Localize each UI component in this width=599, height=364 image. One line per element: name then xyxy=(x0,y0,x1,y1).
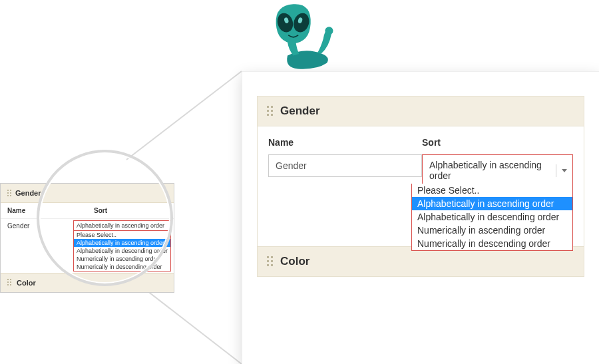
drag-handle-icon xyxy=(7,279,13,287)
svg-rect-14 xyxy=(267,106,269,108)
svg-rect-7 xyxy=(10,195,11,196)
source-sort-select[interactable]: Alphabetically in ascending order xyxy=(73,220,171,231)
svg-rect-24 xyxy=(267,264,269,266)
name-label: Name xyxy=(268,137,419,148)
source-sort-option[interactable]: Numerically in descending order xyxy=(74,263,170,271)
source-col-name: Name xyxy=(1,203,87,218)
sort-option[interactable]: Numerically in ascending order xyxy=(412,224,572,237)
svg-rect-16 xyxy=(267,110,269,112)
svg-rect-10 xyxy=(7,281,9,283)
svg-point-26 xyxy=(325,27,333,35)
section-color-title: Color xyxy=(280,255,309,268)
source-sort-options[interactable]: Please Select.. Alphabetically in ascend… xyxy=(73,231,171,272)
svg-point-31 xyxy=(288,38,297,45)
svg-rect-2 xyxy=(7,190,9,191)
drag-handle-icon[interactable] xyxy=(267,256,274,267)
source-sort-option[interactable]: Alphabetically in descending order xyxy=(74,247,170,255)
svg-rect-12 xyxy=(7,284,9,285)
source-sort-selected: Alphabetically in ascending order xyxy=(77,222,164,229)
alien-mascot-icon xyxy=(253,0,339,77)
sort-selected-value: Alphabetically in ascending order xyxy=(429,160,550,181)
source-sort-option[interactable]: Alphabetically in ascending order xyxy=(74,239,170,247)
svg-rect-3 xyxy=(10,190,11,191)
sort-option[interactable]: Please Select.. xyxy=(412,184,572,197)
svg-rect-9 xyxy=(10,279,11,280)
sort-option[interactable]: Numerically in descending order xyxy=(412,237,572,250)
source-sort-option[interactable]: Numerically in ascending order xyxy=(74,255,170,263)
section-gender-header[interactable]: Gender xyxy=(258,96,584,126)
section-gender-title: Gender xyxy=(280,104,320,118)
svg-rect-17 xyxy=(271,110,273,112)
svg-rect-8 xyxy=(7,279,9,280)
source-panel: Gender Name Sort Gender Alphabetically i… xyxy=(0,183,174,293)
svg-rect-25 xyxy=(271,264,273,266)
svg-rect-11 xyxy=(10,281,11,283)
source-section-color-title: Color xyxy=(17,279,36,287)
svg-rect-5 xyxy=(10,192,11,194)
stage: { "sections": { "gender": { "title": "Ge… xyxy=(0,0,599,364)
drag-handle-icon xyxy=(7,190,11,196)
svg-rect-22 xyxy=(267,260,269,262)
svg-rect-19 xyxy=(271,114,273,116)
source-col-sort: Sort xyxy=(87,203,174,218)
source-section-gender-header[interactable]: Gender xyxy=(1,184,174,203)
drag-handle-icon[interactable] xyxy=(267,106,274,116)
svg-rect-21 xyxy=(271,256,273,258)
sort-option[interactable]: Alphabetically in ascending order xyxy=(412,197,572,210)
svg-rect-18 xyxy=(267,114,269,116)
svg-rect-23 xyxy=(271,260,273,262)
source-sort-option[interactable]: Please Select.. xyxy=(74,231,170,239)
chevron-down-icon xyxy=(556,164,572,177)
svg-line-0 xyxy=(126,71,242,160)
source-row: Gender Alphabetically in ascending order… xyxy=(1,219,174,273)
source-section-color-header[interactable]: Color xyxy=(1,273,174,292)
svg-rect-6 xyxy=(7,195,9,196)
zoom-card: Gender Name Sort Alphabetically in ascen… xyxy=(242,71,599,364)
source-section-gender-title: Gender xyxy=(15,189,41,197)
svg-rect-13 xyxy=(10,284,11,285)
svg-rect-4 xyxy=(7,192,9,194)
source-column-headers: Name Sort xyxy=(1,203,174,219)
sort-dropdown[interactable]: Please Select.. Alphabetically in ascend… xyxy=(411,184,573,251)
sort-label: Sort xyxy=(422,137,573,148)
svg-rect-15 xyxy=(271,106,273,108)
source-name-value: Gender xyxy=(1,219,71,273)
svg-rect-20 xyxy=(267,256,269,258)
attribute-panel: Gender Name Sort Alphabetically in ascen… xyxy=(257,96,584,277)
sort-option[interactable]: Alphabetically in descending order xyxy=(412,210,572,224)
name-input[interactable] xyxy=(268,154,422,177)
sort-select[interactable]: Alphabetically in ascending order xyxy=(422,154,573,186)
